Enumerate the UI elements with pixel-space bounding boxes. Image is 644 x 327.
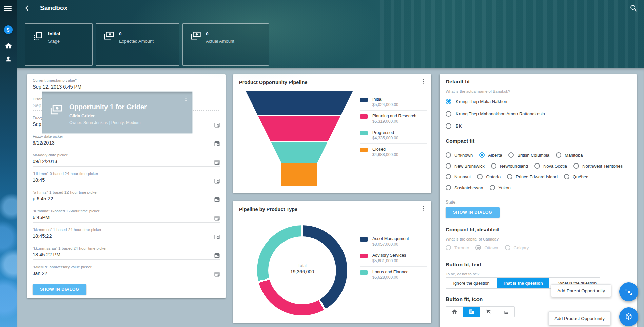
- radio-label[interactable]: Northwest Territories: [582, 164, 623, 169]
- anniversary-field[interactable]: Jan 22: [33, 271, 220, 278]
- radio-icon[interactable]: [573, 163, 579, 169]
- office-building-icon[interactable]: [463, 307, 481, 317]
- field-label: "HH:mm" 0-based 24-hour time picker: [33, 172, 220, 176]
- radio-label[interactable]: Nova Scotia: [543, 164, 567, 169]
- radio-icon[interactable]: [534, 163, 540, 169]
- calendar-clock-icon[interactable]: [214, 122, 220, 128]
- search-icon[interactable]: [630, 4, 637, 12]
- legend-value: $5,024,000.00: [372, 102, 427, 107]
- kebab-menu-icon[interactable]: [183, 96, 189, 102]
- radio-label[interactable]: Nunavut: [454, 174, 471, 179]
- dollar-icon[interactable]: $: [4, 25, 13, 34]
- radio-selected-icon[interactable]: [446, 99, 451, 104]
- radio-icon[interactable]: [446, 163, 451, 169]
- calendar-clock-icon[interactable]: [214, 159, 220, 165]
- icon-button-group: [446, 306, 515, 317]
- person-icon[interactable]: [5, 55, 12, 63]
- legend-label: Loans and Finance: [372, 270, 427, 274]
- kebab-menu-icon[interactable]: [421, 78, 427, 85]
- show-in-dialog-button[interactable]: SHOW IN DIALOG: [446, 207, 500, 218]
- add-product-opportunity-fab[interactable]: [619, 307, 638, 326]
- radio-icon[interactable]: [477, 174, 483, 179]
- radio-option[interactable]: Krung Thep Maka Nakhon: [446, 95, 631, 108]
- field-label: "K:mmaa" 0-based 12-hour time picker: [33, 209, 220, 213]
- toggle-button-selected[interactable]: That is the question: [497, 278, 549, 288]
- timestamp-field[interactable]: Sep 12, 2013 6:45 PM: [33, 84, 220, 92]
- radio-label[interactable]: Québec: [573, 174, 588, 179]
- radio-row: Saskatchewan Yukon: [446, 182, 631, 193]
- calendar-clock-icon[interactable]: [214, 271, 220, 277]
- radio-option[interactable]: BK: [446, 120, 631, 132]
- add-parent-opportunity-fab[interactable]: [619, 282, 638, 301]
- opportunity-title: Opportunity 1 for Grider: [69, 103, 147, 111]
- date-field[interactable]: 09/12/2013: [33, 159, 220, 167]
- radio-label[interactable]: Unknown: [454, 153, 473, 158]
- umbrella-icon[interactable]: [480, 307, 497, 317]
- radio-row: Nunavut Ontario Prince Edward Island Qué…: [446, 171, 631, 182]
- actual-amount-value: 0: [206, 31, 209, 36]
- radio-label[interactable]: New Brunswick: [454, 164, 485, 169]
- home-icon[interactable]: [5, 42, 12, 50]
- legend-color-chip: [360, 237, 368, 242]
- radio-icon[interactable]: [564, 174, 569, 179]
- radio-disabled-selected-icon: [475, 245, 481, 250]
- radio-option[interactable]: Krung Thep Mahanakhon Amon Rattanakosin: [446, 108, 631, 120]
- toggle-button[interactable]: Ignore the question: [446, 278, 497, 288]
- chart-legend: Asset Management $8,057,000.00 Advisory …: [360, 233, 427, 283]
- time-field[interactable]: 18:45:22 PM: [33, 252, 220, 260]
- radio-label[interactable]: Alberta: [488, 153, 502, 158]
- donut-center-text: Total 19,366,000: [257, 263, 347, 274]
- time-field[interactable]: p 6:45:22: [33, 196, 220, 204]
- radio-label[interactable]: Prince Edward Island: [516, 174, 558, 179]
- back-arrow-icon[interactable]: [24, 4, 33, 12]
- home-icon[interactable]: [446, 307, 463, 317]
- funnel-chart-card: Product Opportunity Pipeline Initial $5,…: [233, 74, 431, 193]
- radio-icon[interactable]: [446, 185, 451, 190]
- section-heading: Compact fit, disabled: [446, 227, 631, 233]
- calendar-clock-icon[interactable]: [214, 252, 220, 258]
- field-label: "a h:m:s" 1-based 12-hour time picker: [33, 190, 220, 194]
- show-in-dialog-button[interactable]: SHOW IN DIALOG: [33, 284, 86, 295]
- radio-icon[interactable]: [446, 111, 451, 117]
- legend-item: Advisory Services $5,681,000.00: [360, 250, 427, 266]
- calendar-clock-icon[interactable]: [214, 196, 220, 203]
- radio-label[interactable]: Newfoundland: [500, 164, 528, 169]
- legend-item: Asset Management $8,057,000.00: [360, 233, 427, 250]
- radio-icon[interactable]: [490, 185, 495, 190]
- radio-selected-icon[interactable]: [479, 152, 485, 158]
- radio-icon[interactable]: [508, 152, 514, 158]
- radio-label[interactable]: Ontario: [486, 174, 501, 179]
- calendar-clock-icon[interactable]: [214, 234, 220, 240]
- radio-icon[interactable]: [446, 123, 451, 129]
- radio-icon[interactable]: [446, 152, 451, 158]
- radio-label[interactable]: Yukon: [499, 185, 511, 190]
- radio-label[interactable]: British Columbia: [517, 153, 549, 158]
- calendar-clock-icon[interactable]: [214, 178, 220, 184]
- time-field[interactable]: 18:45:22: [33, 233, 220, 241]
- section-heading: Default fit: [446, 74, 631, 85]
- radio-label[interactable]: Saskatchewan: [454, 185, 483, 190]
- calendar-clock-icon[interactable]: [214, 140, 220, 147]
- time-field[interactable]: 18:45: [33, 177, 220, 185]
- hero-banner: Sandbox Opportunity 1 for Grider Gilda G…: [17, 0, 644, 68]
- field-row: "HH:mm" 0-based 24-hour time picker 18:4…: [33, 168, 220, 187]
- radio-label[interactable]: Manitoba: [565, 153, 583, 158]
- radio-icon[interactable]: [556, 152, 561, 158]
- field-label: MM/dd/y date picker: [33, 153, 220, 157]
- question-label: To be, or not to be?: [446, 272, 631, 276]
- radio-icon[interactable]: [491, 163, 496, 169]
- hamburger-icon[interactable]: [4, 4, 12, 12]
- time-field[interactable]: 6:45PM: [33, 215, 220, 223]
- field-label: Fuzzy date picker: [33, 134, 220, 138]
- actual-amount-label: Actual Amount: [206, 39, 234, 44]
- radio-icon[interactable]: [507, 174, 512, 179]
- expected-amount-card: 0 Expected Amount: [96, 23, 179, 66]
- date-field[interactable]: 9/12/2013: [33, 140, 220, 148]
- radio-label: Toronto: [454, 245, 469, 250]
- calendar-clock-icon[interactable]: [214, 215, 220, 221]
- factory-icon[interactable]: [497, 307, 515, 317]
- field-label: "kk:mm:ss" 1-based 24-hour time picker: [33, 228, 220, 232]
- radio-label: Krung Thep Mahanakhon Amon Rattanakosin: [456, 111, 545, 116]
- radio-icon[interactable]: [446, 174, 451, 179]
- kebab-menu-icon[interactable]: [421, 205, 427, 212]
